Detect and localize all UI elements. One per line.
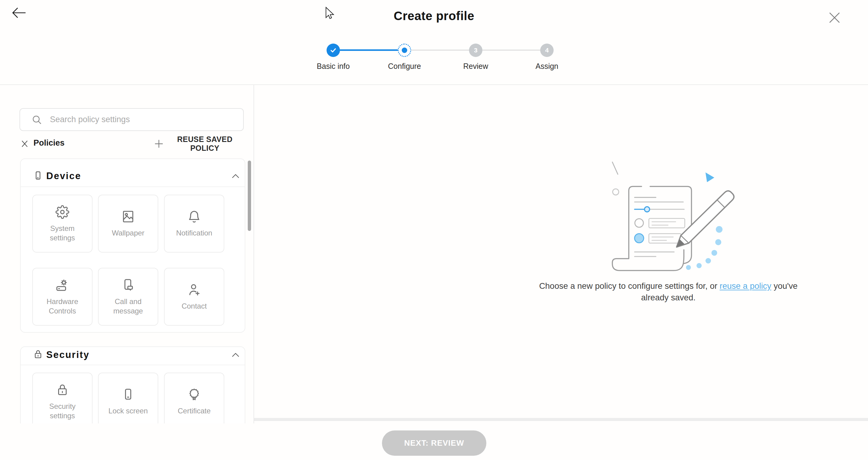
- search-icon: [32, 115, 42, 125]
- policy-card-system-settings[interactable]: System settings: [32, 195, 93, 253]
- policy-card-lock-screen[interactable]: Lock screen: [98, 373, 158, 424]
- step-label-configure[interactable]: Configure: [371, 62, 438, 71]
- sidebar-scrollbar-thumb[interactable]: [248, 161, 251, 231]
- device-gear-icon: [55, 278, 69, 292]
- policy-card-security-settings[interactable]: Security settings: [32, 373, 93, 424]
- policy-card-label: Hardware Controls: [33, 297, 92, 316]
- decor-line: [612, 162, 618, 174]
- policy-card-label: Lock screen: [103, 406, 153, 415]
- horizontal-scrollbar-track[interactable]: [254, 418, 868, 421]
- step-label-assign[interactable]: Assign: [514, 62, 580, 71]
- empty-state-illustration: [606, 159, 737, 279]
- policy-card-label: Certificate: [173, 406, 215, 415]
- security-group-title: Security: [46, 349, 90, 361]
- policy-card-contact[interactable]: Contact: [164, 268, 224, 326]
- security-group-divider: [21, 365, 245, 365]
- policy-card-label: Security settings: [33, 402, 92, 421]
- reuse-a-policy-link[interactable]: reuse a policy: [720, 281, 772, 291]
- stepper-connector-active: [340, 49, 398, 51]
- empty-state-text-line2: already saved.: [641, 293, 696, 302]
- reuse-saved-policy-button[interactable]: REUSE SAVED POLICY: [154, 137, 244, 151]
- user-plus-icon: [187, 283, 201, 297]
- decor-circle: [613, 189, 619, 195]
- stepper-connector: [483, 50, 540, 51]
- check-icon: [329, 46, 337, 54]
- policies-label: Policies: [33, 138, 64, 148]
- policy-card-call-and-message[interactable]: Call and message: [98, 268, 158, 326]
- close-button[interactable]: [824, 7, 845, 29]
- empty-state-text-before: Choose a new policy to configure setting…: [539, 281, 719, 291]
- policy-card-label: Call and message: [99, 297, 158, 316]
- step-review-circle[interactable]: 3: [469, 44, 483, 57]
- step-label-review[interactable]: Review: [442, 62, 509, 71]
- smartphone-icon: [33, 170, 43, 181]
- next-review-button[interactable]: NEXT: REVIEW: [382, 430, 486, 456]
- chevron-up-icon: [231, 172, 241, 180]
- step-configure-circle[interactable]: [398, 44, 411, 57]
- pencil: [677, 191, 734, 247]
- security-group-header[interactable]: Security: [21, 347, 245, 365]
- policy-card-hardware-controls[interactable]: Hardware Controls: [32, 268, 93, 326]
- policies-header-row: Policies REUSE SAVED POLICY: [0, 137, 244, 151]
- device-group-header[interactable]: Device: [21, 159, 245, 186]
- bell-icon: [187, 209, 201, 224]
- close-small-icon: [21, 140, 29, 148]
- gear-icon: [55, 205, 69, 219]
- device-group-title: Device: [46, 171, 81, 181]
- search-input[interactable]: [50, 115, 236, 124]
- page-title: Create profile: [0, 9, 868, 23]
- policy-card-label: System settings: [33, 224, 92, 242]
- step-basic-info-circle[interactable]: [327, 44, 340, 57]
- certificate-icon: [187, 387, 201, 402]
- clear-policies-button[interactable]: [19, 138, 30, 150]
- policy-card-label: Wallpaper: [107, 228, 149, 238]
- document-scroll: [612, 186, 691, 270]
- step-number: 3: [474, 47, 477, 54]
- step-number: 4: [545, 47, 549, 54]
- decor-triangle: [706, 172, 714, 182]
- policy-group-security: Security Security settings Lock screen: [20, 346, 245, 424]
- stepper-connector: [411, 50, 469, 51]
- close-icon: [829, 11, 841, 24]
- reuse-saved-policy-label: REUSE SAVED POLICY: [166, 135, 244, 153]
- radio-row-1: [635, 219, 685, 228]
- padlock-icon: [55, 383, 69, 397]
- image-icon: [121, 209, 135, 224]
- policy-card-certificate[interactable]: Certificate: [164, 373, 224, 424]
- radio-row-2: [634, 234, 681, 243]
- policy-card-label: Contact: [177, 301, 212, 311]
- create-profile-modal: Create profile 3 4 Basic info Configure …: [0, 0, 868, 460]
- policy-card-label: Notification: [172, 228, 217, 238]
- empty-state-text-after: you've: [771, 281, 797, 291]
- policy-group-device: Device System settings Wallpaper: [20, 159, 245, 333]
- policy-sidebar: Policies REUSE SAVED POLICY Device: [0, 85, 253, 424]
- search-box: [20, 108, 244, 131]
- phone-icon: [121, 387, 135, 402]
- current-step-dot: [402, 48, 407, 53]
- policy-card-wallpaper[interactable]: Wallpaper: [98, 195, 158, 253]
- plus-icon: [154, 139, 164, 149]
- lock-icon: [33, 349, 43, 360]
- policy-card-notification[interactable]: Notification: [164, 195, 224, 253]
- device-group-divider: [21, 186, 245, 187]
- step-label-basic-info[interactable]: Basic info: [300, 62, 367, 71]
- empty-state-text: Choose a new policy to configure setting…: [516, 280, 820, 304]
- configure-main-panel: Choose a new policy to configure setting…: [254, 85, 868, 424]
- step-assign-circle[interactable]: 4: [540, 44, 554, 57]
- slider: [634, 207, 650, 212]
- chevron-up-icon: [231, 351, 241, 358]
- phone-chat-icon: [121, 278, 135, 292]
